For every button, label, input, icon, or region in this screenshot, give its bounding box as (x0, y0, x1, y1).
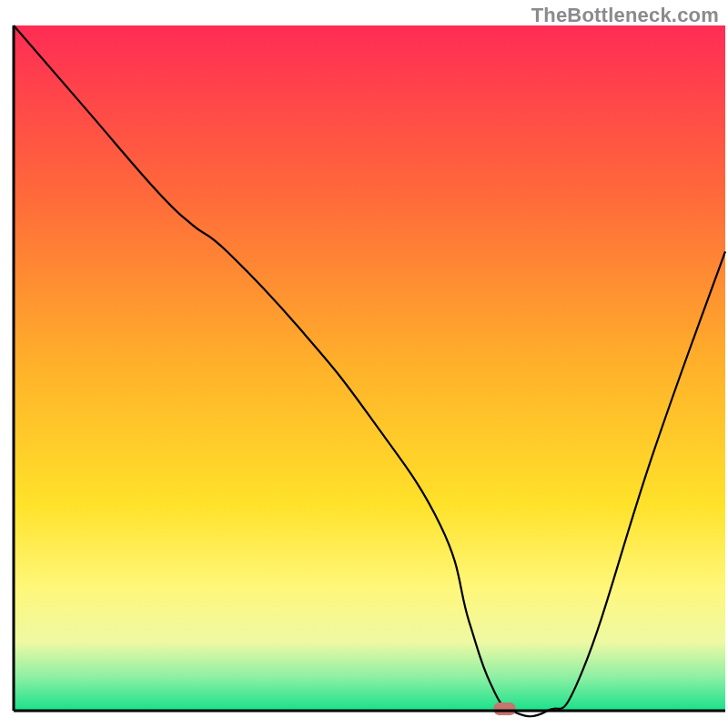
watermark-text: TheBottleneck.com (531, 4, 719, 27)
chart-container: TheBottleneck.com (0, 0, 728, 728)
plot-background (14, 25, 725, 711)
optimal-marker (494, 703, 516, 715)
bottleneck-chart (0, 0, 728, 728)
